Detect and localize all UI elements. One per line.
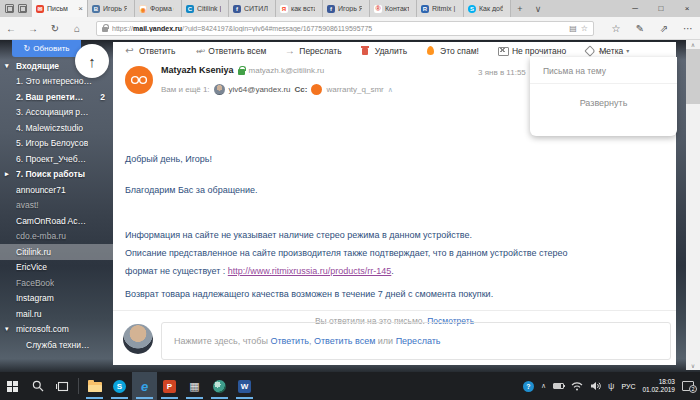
clock[interactable]: 18:0301.02.2019 (642, 378, 675, 394)
sidebar-folder[interactable]: EricVice (0, 260, 113, 276)
sidebar-folder[interactable]: 2. Ваш репети… 2 (0, 89, 113, 105)
toolbar-button[interactable]: Не прочитано (497, 45, 569, 56)
battery-icon[interactable] (553, 383, 564, 389)
collapse-recipients-icon[interactable]: ∧ (388, 86, 393, 94)
yandex-mail-page: ↻ Обновить Входящие 1 1. Это интересно… (0, 40, 700, 372)
sidebar-folder[interactable]: Служба техни… (0, 337, 113, 353)
sidebar-folder[interactable]: Citilink.ru (0, 244, 113, 260)
cc-avatar[interactable] (311, 84, 322, 95)
folder-label: Citilink.ru (16, 247, 51, 257)
browser-tab[interactable]: Ritmix | Ru (417, 0, 464, 17)
maximize-button[interactable]: □ (648, 0, 674, 17)
quick-reply-input[interactable]: Нажмите здесь, чтобы Ответить, Ответить … (161, 322, 671, 360)
edge-button[interactable]: e (132, 372, 157, 400)
start-button[interactable] (0, 372, 25, 400)
more-options-icon[interactable]: ⋯ (676, 23, 700, 34)
browser-tab[interactable]: Игорь Яки (88, 0, 135, 17)
recipient-email[interactable]: yiv64@yandex.ru (229, 85, 291, 94)
toolbar-button[interactable]: Переслать (284, 45, 344, 56)
scroll-down-icon[interactable]: ∨ (686, 362, 700, 369)
folder-label: microsoft.com (16, 324, 69, 334)
file-explorer-button[interactable] (82, 372, 107, 400)
browser-tab[interactable]: Как добав (464, 0, 511, 17)
browser-tab[interactable]: Citilink | С (182, 0, 229, 17)
address-input[interactable]: https://mail.yandex.ru/?uid=8424197&logi… (96, 21, 594, 36)
browser-tab[interactable]: Форма обр (135, 0, 182, 17)
sender-name[interactable]: Matyazh Kseniya (161, 65, 234, 75)
product-link[interactable]: http://www.ritmixrussia.ru/products/rr-1… (228, 266, 392, 276)
skype-button[interactable]: S (107, 372, 132, 400)
search-button[interactable] (25, 372, 50, 400)
wifi-icon[interactable] (571, 381, 583, 391)
reply-link[interactable]: Ответить (270, 336, 308, 346)
page-scrollbar[interactable]: ∧ ∨ (686, 40, 700, 370)
toolbar-button[interactable]: Удалить (360, 45, 410, 56)
browser-tab[interactable]: как встави (276, 0, 323, 17)
sidebar-folder[interactable]: FaceBook (0, 275, 113, 291)
mail-refresh-button[interactable]: ↻ Обновить (12, 40, 81, 57)
help-icon[interactable]: ? (523, 381, 534, 392)
sender-email[interactable]: matyazh.k@citilink.ru (249, 66, 325, 75)
cc-name[interactable]: warranty_q_smr (326, 85, 383, 94)
folder-label: 1. Это интересно… (16, 76, 92, 86)
citilink-glasses-icon (130, 73, 148, 87)
toolbar-button[interactable]: Это спам! (425, 45, 482, 56)
volume-icon[interactable] (590, 381, 601, 391)
sidebar-folder[interactable]: mail.ru (0, 306, 113, 322)
scroll-to-top-button[interactable]: ↑ (75, 44, 109, 78)
usb-icon[interactable]: ψ (608, 381, 614, 391)
browser-tab[interactable]: Контакты (370, 0, 417, 17)
sender-avatar[interactable] (125, 66, 153, 94)
forward-icon[interactable]: → (22, 23, 44, 34)
sidebar-folder[interactable]: Instagram (0, 291, 113, 307)
cc-label: Cc: (295, 85, 308, 94)
hub-favorites-icon[interactable]: ☆ (604, 23, 628, 34)
task-view-button[interactable] (50, 372, 75, 400)
sidebar-folder[interactable]: CamOnRoad Ac… (0, 213, 113, 229)
forward-link[interactable]: Переслать (396, 336, 441, 346)
sidebar-folder[interactable]: cdo.e-mba.ru (0, 229, 113, 245)
refresh-icon[interactable]: ↻ (44, 23, 66, 34)
toolbar-button[interactable]: Ответить (124, 45, 178, 56)
share-icon[interactable]: ⇗ (652, 23, 676, 34)
tab-close-icon[interactable]: × (78, 4, 83, 13)
new-tab-button[interactable]: + (511, 0, 529, 17)
favorite-star-icon[interactable]: ☆ (581, 24, 588, 33)
browser-tab[interactable]: Письм × (32, 0, 88, 17)
hidden-icons-chevron[interactable]: ∧ (541, 382, 546, 390)
reply-all-link[interactable]: Ответить всем (314, 336, 375, 346)
toolbar-button[interactable]: Ответить всем (193, 45, 269, 56)
sidebar-folder[interactable]: announcer71 (0, 182, 113, 198)
sidebar-folder[interactable]: microsoft.com (0, 322, 113, 338)
back-icon[interactable]: ← (0, 23, 22, 34)
sidebar-folder[interactable]: avast! (0, 198, 113, 214)
home-icon[interactable]: ⌂ (66, 23, 88, 34)
close-button[interactable]: × (674, 0, 700, 17)
browser-url-bar: ← → ↻ ⌂ https://mail.yandex.ru/?uid=8424… (0, 17, 700, 40)
tab-menu-icon[interactable]: ∨ (529, 0, 547, 17)
recipient-avatar[interactable] (214, 84, 225, 95)
sidebar-folder[interactable]: 4. Malewiczstudio (0, 120, 113, 136)
scroll-up-icon[interactable]: ∧ (686, 41, 700, 48)
browser-tab[interactable]: СИТИЛИН (229, 0, 276, 17)
powerpoint-button[interactable]: P (157, 372, 182, 400)
set-aside-tabs-icon[interactable] (18, 4, 27, 13)
tab-preview-icon[interactable] (5, 4, 14, 13)
sidebar-folder[interactable]: 6. Проект_Учеб… (0, 151, 113, 167)
reading-mode-icon[interactable]: ▤ (569, 24, 577, 33)
sidebar-folder[interactable]: 3. Ассоциация р… (0, 105, 113, 121)
annotate-pen-icon[interactable]: ✎ (628, 23, 652, 34)
language-indicator[interactable]: РУС (621, 383, 635, 390)
calculator-button[interactable]: ▦ (182, 372, 207, 400)
toolbar-more-icon[interactable]: ⋯ (598, 46, 609, 57)
notification-center-icon[interactable]: 2 (682, 381, 694, 391)
word-button[interactable]: W (232, 372, 257, 400)
expand-thread-button[interactable]: Развернуть (530, 98, 677, 108)
sidebar-folder[interactable]: 5. Игорь Белоусов (0, 136, 113, 152)
maps-button[interactable] (207, 372, 232, 400)
sidebar-folder[interactable]: 7. Поиск работы (0, 167, 113, 183)
minimize-button[interactable]: ─ (622, 0, 648, 17)
browser-tab[interactable]: Игорь Яки (323, 0, 370, 17)
scrollbar-thumb[interactable] (686, 49, 700, 104)
message-date: 3 янв в 11:55 (478, 68, 526, 77)
